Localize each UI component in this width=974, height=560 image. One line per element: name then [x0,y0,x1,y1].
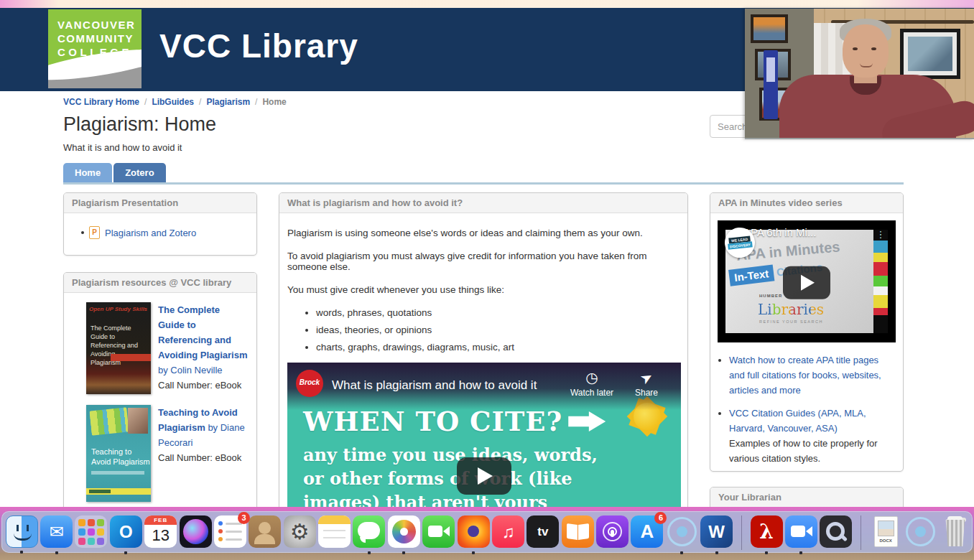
apa-watch-link[interactable]: Watch how to create APA title pages and … [729,355,881,396]
dock-icon-finder[interactable] [6,515,38,548]
dock-icon-launchpad[interactable] [75,515,107,548]
dock-icon-notes[interactable] [318,515,351,548]
video-title-link[interactable]: What is plagiarism and how to avoid it [332,378,537,393]
finder-face [17,525,19,531]
window-top-strip [0,0,974,8]
picture-frame-large [900,29,960,79]
dock-icon-app-store[interactable]: 6 A [631,515,663,548]
dock-icon-firefox[interactable] [458,515,490,548]
paragraph: You must give credit whenever you use th… [287,284,680,295]
book-info: Teaching to Avoid Plagiarism by Diane Pe… [158,405,249,502]
tab-zotero[interactable]: Zotero [113,163,165,182]
picture-frame [751,14,788,43]
box-header: Plagiarism Presentation [64,193,256,213]
book-cover-band [111,354,151,361]
webcam-overlay [745,9,974,139]
apa-in-minutes-box: APA in Minutes video series ⋮ APA 6th in… [710,192,904,472]
gear-icon: ⚙ [284,515,316,548]
book-author-link[interactable]: by Colin Neville [158,365,223,375]
notes-header [318,515,351,524]
dock-icon-calendar[interactable]: FEB 13 [144,515,177,548]
share-button[interactable]: ➤ Share [623,370,669,398]
notification-badge: 6 [654,512,667,524]
apa-video-player[interactable]: ⋮ APA 6th in Mi... WE LEAD DISCOVERY APA… [718,220,896,342]
presentation-link[interactable]: Plagiarism and Zotero [105,228,196,238]
camera-icon [791,526,805,537]
presenter-mouth [860,63,873,67]
dock-icon-trash[interactable] [939,515,971,548]
breadcrumb-separator: / [255,97,257,107]
dock-icon-messages[interactable] [353,515,385,548]
breadcrumb-plagiarism[interactable]: Plagiarism [206,97,250,107]
book-cover-subtitle-bar [91,471,144,475]
dock-icon-books[interactable] [562,515,594,548]
outlook-o-icon: O [110,515,142,548]
book-info: The Complete Guide to Referencing and Av… [158,302,249,394]
presenter-eye [871,47,876,50]
dock-icon-quicktime[interactable] [820,515,852,548]
breadcrumb-separator: / [199,97,201,107]
box-header: Plagiarism resources @ VCC library [64,273,256,293]
presentation-list-item: P Plagiarism and Zotero [81,226,256,239]
play-button[interactable] [457,457,511,495]
watch-later-button[interactable]: ◷ Watch later [563,370,621,398]
dock-icon-reminders[interactable]: 3 [214,515,246,548]
slide-line: any time you use ideas, words, [303,443,598,467]
dock-icon-outlook[interactable]: O [110,515,142,548]
book-row: Teaching to Avoid Plagiarism Teaching to… [64,405,257,502]
dock-icon-zoom[interactable] [785,515,817,548]
calendar-month: FEB [144,515,177,525]
dock-icon-siri[interactable] [180,515,212,548]
dock-icon-contacts[interactable] [249,515,281,548]
book-cover-art [89,407,129,435]
page-title: Plagiarism: Home [63,113,216,136]
dock-icon-mail[interactable]: ✉ [40,515,73,548]
box-header: APA in Minutes video series [710,193,903,213]
dock-icon-screen-record[interactable] [666,515,698,548]
dock-icon-screen-record-2[interactable] [904,515,937,548]
apa-color-stripe: ⋮ [873,230,888,333]
dock-icon-acrobat[interactable]: λ [751,515,783,548]
desktop-wallpaper-strip: ✉ O FEB 13 3 ⚙ [0,507,974,560]
channel-avatar[interactable]: Brock [296,370,323,397]
book-row: Open UP Study Skills The Complete Guide … [64,302,257,394]
dock-icon-photos[interactable] [388,515,420,548]
breadcrumb-libguides[interactable]: LibGuides [152,97,194,107]
credit-list: words, phrases, quotations ideas, theori… [316,307,680,353]
notification-badge: 3 [238,512,250,524]
dock-icon-facetime[interactable] [422,515,455,548]
logo-line: COMMUNITY [48,32,142,45]
paragraph: Plagiarism is using someone else's words… [287,228,680,238]
book-cover-title: Teaching to Avoid Plagiarism [91,447,151,467]
youtube-video-player[interactable]: WHEN TO CITE? any time you use ideas, wo… [287,363,681,513]
finder-face [14,533,32,541]
book-title-link[interactable]: The Complete Guide to Referencing and Av… [158,304,248,360]
dock-icon-music[interactable]: ♫ [492,515,524,548]
what-is-plagiarism-box: What is plagiarism and how to avoid it? … [279,192,688,513]
dock-icon-system-preferences[interactable]: ⚙ [284,515,316,548]
tab-home[interactable]: Home [63,163,112,182]
dock-icon-podcasts[interactable] [596,515,629,548]
box-header: What is plagiarism and how to avoid it? [279,193,687,213]
book-cover[interactable]: Open UP Study Skills The Complete Guide … [86,302,151,394]
docx-label: DOCX [874,538,898,543]
camera-icon [428,526,442,537]
dock-icon-word[interactable]: W [700,515,733,548]
book-cover[interactable]: Teaching to Avoid Plagiarism [86,405,151,502]
list-item: VCC Citation Guides (APA, MLA, Harvard, … [729,406,894,466]
menu-dots-icon[interactable]: ⋮ [873,230,888,241]
dock-icon-apple-tv[interactable]: tv [527,515,559,548]
breadcrumb-vcc-library-home[interactable]: VCC Library Home [63,97,139,107]
presenter-face [843,24,889,78]
vcc-citation-guides-link[interactable]: VCC Citation Guides (APA, MLA, Harvard, … [729,408,866,434]
link-description: Examples of how to cite properly for var… [729,436,894,466]
calendar-day: 13 [144,525,177,546]
person-icon [259,522,271,534]
list-item: Watch how to create APA title pages and … [729,353,894,398]
dock-icon-docx-file[interactable]: DOCX [870,515,902,548]
play-button[interactable] [783,266,830,299]
apa-video-title[interactable]: APA 6th in Mi... [743,226,816,238]
vcc-logo[interactable]: VANCOUVER COMMUNITY COLLEGE [48,9,142,88]
watch-later-label: Watch later [570,388,613,398]
tab-underline [63,182,904,185]
